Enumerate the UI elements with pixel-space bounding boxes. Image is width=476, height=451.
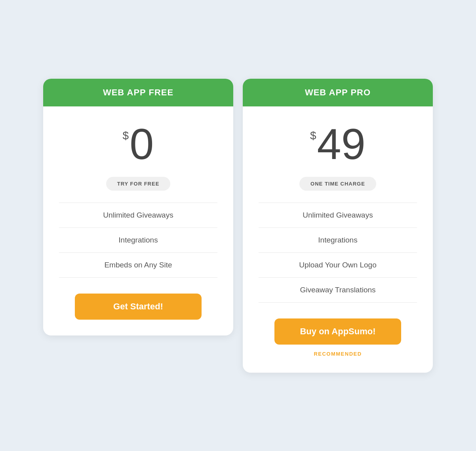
free-price-display: $ 0 xyxy=(123,122,154,166)
pro-card-body: $ 49 ONE TIME CHARGE Unlimited Giveaways… xyxy=(243,106,433,373)
free-feature-2: Integrations xyxy=(59,228,217,253)
free-feature-1: Unlimited Giveaways xyxy=(59,203,217,228)
free-price-dollar: $ xyxy=(123,129,129,142)
free-price-amount: 0 xyxy=(129,122,154,166)
free-card-body: $ 0 TRY FOR FREE Unlimited Giveaways Int… xyxy=(43,106,233,335)
pro-features-list: Unlimited Giveaways Integrations Upload … xyxy=(259,203,417,303)
free-plan-card: WEB APP FREE $ 0 TRY FOR FREE Unlimited … xyxy=(43,79,233,335)
pricing-container: WEB APP FREE $ 0 TRY FOR FREE Unlimited … xyxy=(27,63,449,388)
pro-price-dollar: $ xyxy=(310,129,316,142)
free-price-badge: TRY FOR FREE xyxy=(106,177,171,191)
pro-price-display: $ 49 xyxy=(310,122,366,166)
free-plan-title: WEB APP FREE xyxy=(103,87,173,97)
pro-feature-4: Giveaway Translations xyxy=(259,278,417,303)
pro-feature-1: Unlimited Giveaways xyxy=(259,203,417,228)
pro-plan-title: WEB APP PRO xyxy=(305,87,371,97)
pro-feature-2: Integrations xyxy=(259,228,417,253)
pro-price-amount: 49 xyxy=(317,122,366,166)
free-card-header: WEB APP FREE xyxy=(43,79,233,106)
free-cta-button[interactable]: Get Started! xyxy=(75,294,202,320)
pro-cta-button[interactable]: Buy on AppSumo! xyxy=(274,318,401,345)
pro-feature-3: Upload Your Own Logo xyxy=(259,253,417,278)
recommended-badge: RECOMMENDED xyxy=(314,351,362,357)
free-feature-3: Embeds on Any Site xyxy=(59,253,217,278)
pro-price-badge: ONE TIME CHARGE xyxy=(299,177,376,191)
pro-card-header: WEB APP PRO xyxy=(243,79,433,106)
pro-plan-card: WEB APP PRO $ 49 ONE TIME CHARGE Unlimit… xyxy=(243,79,433,373)
free-features-list: Unlimited Giveaways Integrations Embeds … xyxy=(59,203,217,278)
